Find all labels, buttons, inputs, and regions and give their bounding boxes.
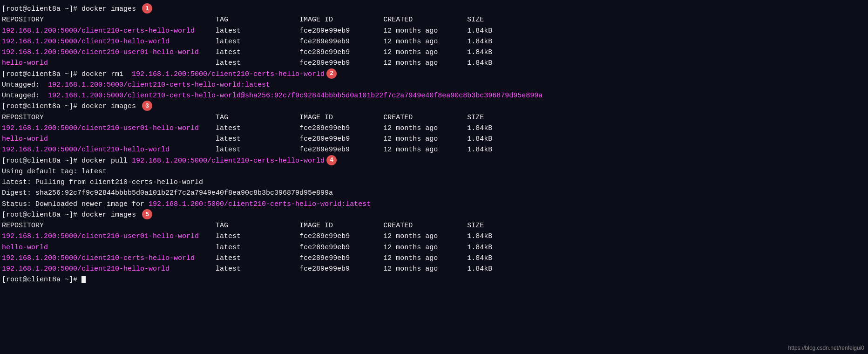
terminal: [root@client8a ~]# docker images 1REPOSI…	[0, 0, 868, 354]
terminal-line: Untagged: 192.168.1.200:5000/client210-c…	[2, 90, 866, 101]
terminal-line: 192.168.1.200:5000/client210-user01-hell…	[2, 123, 866, 134]
terminal-line: [root@client8a ~]# docker images 5	[2, 210, 866, 220]
terminal-line: Untagged: 192.168.1.200:5000/client210-c…	[2, 80, 866, 90]
terminal-line: 192.168.1.200:5000/client210-hello-world…	[2, 264, 866, 274]
terminal-line: Status: Downloaded newer image for 192.1…	[2, 199, 866, 210]
step-badge-5: 5	[142, 209, 152, 219]
terminal-line: Digest: sha256:92c7f9c92844bbbb5d0a101b2…	[2, 188, 866, 198]
step-badge-4: 4	[326, 155, 337, 165]
terminal-line: hello-world latest fce289e99eb9 12 month…	[2, 242, 866, 253]
terminal-line: 192.168.1.200:5000/client210-user01-hell…	[2, 47, 866, 58]
terminal-line: 192.168.1.200:5000/client210-hello-world…	[2, 36, 866, 47]
watermark: https://blog.csdn.net/renfeigui0	[788, 345, 864, 351]
terminal-line: REPOSITORY TAG IMAGE ID CREATED SIZE	[2, 112, 866, 123]
terminal-line: [root@client8a ~]#	[2, 274, 866, 285]
terminal-line: [root@client8a ~]# docker pull 192.168.1…	[2, 156, 866, 166]
terminal-cursor	[81, 276, 86, 283]
step-badge-3: 3	[142, 101, 152, 111]
terminal-line: 192.168.1.200:5000/client210-hello-world…	[2, 144, 866, 155]
terminal-line: hello-world latest fce289e99eb9 12 month…	[2, 58, 866, 68]
terminal-line: [root@client8a ~]# docker images 1	[2, 4, 866, 14]
terminal-line: [root@client8a ~]# docker rmi 192.168.1.…	[2, 69, 866, 80]
terminal-line: REPOSITORY TAG IMAGE ID CREATED SIZE	[2, 220, 866, 231]
terminal-line: 192.168.1.200:5000/client210-certs-hello…	[2, 26, 866, 36]
terminal-line: 192.168.1.200:5000/client210-certs-hello…	[2, 253, 866, 264]
step-badge-1: 1	[142, 3, 152, 14]
terminal-line: hello-world latest fce289e99eb9 12 month…	[2, 134, 866, 144]
terminal-line: REPOSITORY TAG IMAGE ID CREATED SIZE	[2, 14, 866, 25]
step-badge-2: 2	[326, 68, 337, 79]
terminal-line: latest: Pulling from client210-certs-hel…	[2, 177, 866, 188]
terminal-line: 192.168.1.200:5000/client210-user01-hell…	[2, 231, 866, 242]
terminal-line: [root@client8a ~]# docker images 3	[2, 101, 866, 112]
terminal-line: Using default tag: latest	[2, 166, 866, 177]
